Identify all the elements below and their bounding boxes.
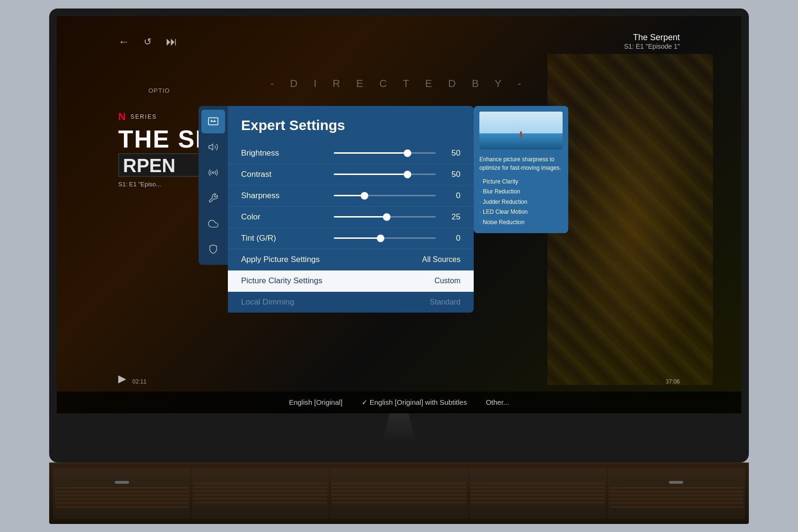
cabinet-section-right bbox=[607, 468, 745, 519]
cabinet-slat bbox=[609, 495, 743, 497]
tint-slider[interactable] bbox=[334, 237, 436, 239]
info-panel: Enhance picture sharpness to optimize fo… bbox=[474, 106, 568, 234]
settings-panel-title: Expert Settings bbox=[228, 117, 474, 143]
contrast-thumb bbox=[404, 171, 411, 178]
cabinet-section-mid1 bbox=[191, 468, 329, 519]
sidebar-item-shield[interactable] bbox=[201, 237, 225, 261]
brightness-row[interactable]: Brightness 50 bbox=[228, 143, 474, 164]
tv-base bbox=[338, 442, 460, 451]
sidebar-item-sound[interactable] bbox=[201, 135, 225, 159]
top-bar: ← ↺ ⏭ - D I R E C T E D B Y - The Serpen… bbox=[118, 35, 680, 48]
cabinet-slat bbox=[332, 494, 466, 497]
tint-label: Tint (G/R) bbox=[241, 234, 326, 243]
subtitle-option-2-label: English [Original] with Subtitles bbox=[370, 398, 467, 406]
brightness-slider[interactable] bbox=[334, 152, 436, 154]
subtitle-checkmark: ✓ bbox=[362, 398, 368, 406]
cabinet-slat bbox=[471, 490, 605, 493]
cabinet-slat bbox=[193, 490, 327, 493]
color-label: Color bbox=[241, 212, 326, 222]
cabinet-slat bbox=[55, 491, 189, 493]
tv-frame: ← ↺ ⏭ - D I R E C T E D B Y - The Serpen… bbox=[49, 9, 749, 462]
sharpness-row[interactable]: Sharpness 0 bbox=[228, 185, 474, 207]
tint-fill bbox=[334, 237, 381, 239]
cabinet-slat bbox=[609, 506, 743, 508]
cabinet-slat bbox=[471, 502, 605, 504]
feature-noise-reduction: · Noise Reduction bbox=[479, 218, 563, 228]
cabinet-section-mid3 bbox=[469, 468, 607, 519]
svg-marker-2 bbox=[209, 144, 213, 150]
apply-picture-row[interactable]: Apply Picture Settings All Sources bbox=[228, 249, 474, 270]
color-value: 25 bbox=[443, 212, 460, 222]
local-dimming-value: Standard bbox=[430, 298, 460, 306]
svg-point-3 bbox=[212, 172, 214, 174]
feature-blur-reduction: · Blur Reduction bbox=[479, 187, 563, 197]
history-icon[interactable]: ↺ bbox=[144, 36, 152, 47]
color-row[interactable]: Color 25 bbox=[228, 207, 474, 228]
color-track bbox=[334, 216, 436, 218]
sidebar-item-broadcast[interactable] bbox=[201, 161, 225, 184]
contrast-value: 50 bbox=[443, 170, 460, 179]
color-slider[interactable] bbox=[334, 216, 436, 218]
cabinet-handle-left[interactable] bbox=[115, 481, 129, 484]
sharpness-label: Sharpness bbox=[241, 191, 326, 201]
contrast-fill bbox=[334, 174, 408, 175]
feature-led-clear-motion: · LED Clear Motion bbox=[479, 207, 563, 218]
sharpness-slider[interactable] bbox=[334, 195, 436, 196]
cabinet-slat bbox=[193, 483, 327, 485]
picture-clarity-row[interactable]: Picture Clarity Settings Custom bbox=[228, 270, 474, 292]
sidebar-item-cloud[interactable] bbox=[201, 212, 225, 235]
tv-cabinet bbox=[49, 462, 749, 524]
picture-clarity-label: Picture Clarity Settings bbox=[241, 276, 326, 286]
feature-judder-reduction: · Judder Reduction bbox=[479, 197, 563, 208]
show-episode: S1: E1 "Episode 1" bbox=[624, 43, 680, 50]
svg-point-1 bbox=[211, 120, 212, 121]
color-thumb bbox=[383, 213, 390, 221]
sharpness-thumb bbox=[361, 192, 368, 200]
contrast-row[interactable]: Contrast 50 bbox=[228, 164, 474, 185]
tint-value: 0 bbox=[443, 234, 460, 243]
cabinet-slat bbox=[332, 490, 466, 493]
cabinet-slat bbox=[609, 498, 743, 501]
brightness-thumb bbox=[404, 149, 411, 157]
contrast-track bbox=[334, 174, 436, 175]
cabinet-slat bbox=[332, 487, 466, 489]
cabinet-slat bbox=[609, 487, 743, 489]
tint-track bbox=[334, 237, 436, 239]
back-icon[interactable]: ← bbox=[118, 35, 130, 48]
netflix-series-label: SERIES bbox=[130, 113, 157, 120]
cabinet-slat bbox=[193, 498, 327, 500]
cabinet-slat bbox=[55, 502, 189, 505]
cabinet-section-mid2 bbox=[330, 468, 468, 519]
subtitle-option-1[interactable]: English [Original] bbox=[289, 398, 342, 406]
cabinet-slat bbox=[193, 502, 327, 504]
subtitle-option-2[interactable]: ✓ English [Original] with Subtitles bbox=[362, 398, 467, 407]
subtitle-option-3[interactable]: Other... bbox=[486, 398, 509, 406]
local-dimming-row[interactable]: Local Dimming Standard bbox=[228, 292, 474, 313]
contrast-slider[interactable] bbox=[334, 174, 436, 175]
preview-image bbox=[479, 112, 563, 149]
cabinet-slat bbox=[193, 487, 327, 489]
picture-clarity-value: Custom bbox=[434, 277, 460, 285]
tint-row[interactable]: Tint (G/R) 0 bbox=[228, 228, 474, 249]
cabinet-slat bbox=[471, 487, 605, 489]
sidebar-item-tools[interactable] bbox=[201, 186, 225, 210]
show-info-area: The Serpent S1: E1 "Episode 1" bbox=[624, 33, 680, 50]
feature-picture-clarity: · Picture Clarity bbox=[479, 177, 563, 187]
cabinet-slat bbox=[471, 483, 605, 485]
sharpness-value: 0 bbox=[443, 191, 460, 201]
settings-sidebar bbox=[199, 106, 228, 265]
info-features-list: · Picture Clarity · Blur Reduction · Jud… bbox=[479, 177, 563, 228]
brightness-value: 50 bbox=[443, 148, 460, 158]
skip-icon[interactable]: ⏭ bbox=[166, 35, 177, 48]
cabinet-slat bbox=[332, 483, 466, 485]
svg-rect-0 bbox=[208, 118, 218, 125]
options-label: OPTIO bbox=[148, 87, 170, 94]
cabinet-slat bbox=[471, 494, 605, 497]
sidebar-item-picture[interactable] bbox=[201, 110, 225, 133]
cabinet-slat bbox=[471, 498, 605, 500]
time-elapsed: 02:11 bbox=[132, 378, 147, 385]
cabinet-handle-right[interactable] bbox=[669, 481, 683, 484]
play-icon[interactable]: ▶ bbox=[118, 373, 126, 385]
local-dimming-label: Local Dimming bbox=[241, 297, 326, 307]
brightness-fill bbox=[334, 152, 408, 154]
